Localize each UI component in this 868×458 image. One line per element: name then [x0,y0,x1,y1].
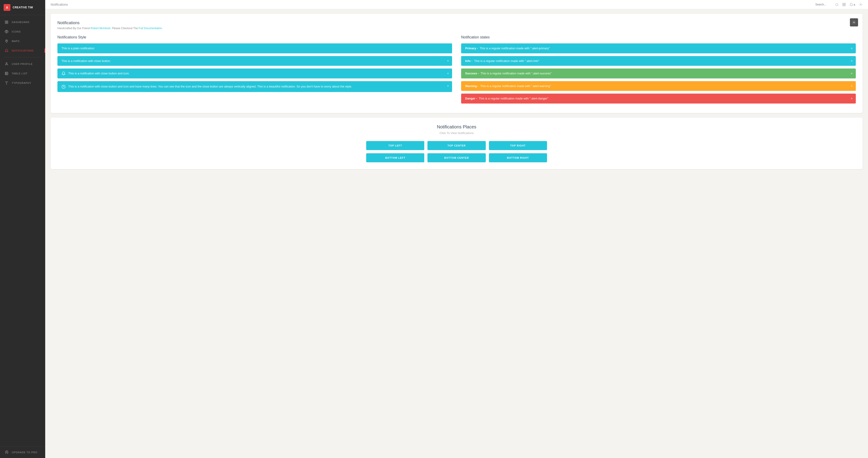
top-left-button[interactable]: TOP LEFT [366,141,424,150]
alert-close-button[interactable]: × [447,59,449,62]
dashboard-icon [4,20,8,24]
alert-warning-text: Warning - This is a regular notification… [465,84,852,88]
notification-states-title: Notification states [461,35,856,39]
search-input[interactable] [815,3,833,6]
notifications-style-title: Notifications Style [57,35,452,39]
alert-state-danger: Danger - This is a regular notification … [461,94,856,103]
gem-icon [4,30,8,34]
svg-point-25 [854,22,855,23]
page-content: Notifications Handcrafted By Our Friend … [45,9,868,458]
alert-success-text: Success - This is a regular notification… [465,71,852,76]
bell-icon [4,49,8,53]
svg-rect-0 [5,21,6,22]
main-content: Notifications [45,0,868,458]
alert-warning-close[interactable]: × [851,84,852,88]
sidebar-item-dashboard[interactable]: DASHBOARD [0,18,45,27]
alert-bell-icon [61,71,66,75]
table-icon [4,71,8,75]
sidebar-item-label: DASHBOARD [12,21,30,24]
search-icon[interactable] [835,3,839,6]
svg-point-24 [860,4,861,5]
sidebar-item-label: TYPOGRAPHY [12,82,31,84]
notification-bell-icon[interactable] [849,3,855,6]
alert-info-text: Info - This is a regular notification ma… [465,59,852,63]
places-title: Notifications Places [57,124,856,129]
header-actions [815,3,863,6]
sidebar-item-label: ICONS [12,30,21,33]
alert-success-close[interactable]: × [851,72,852,75]
sidebar-item-maps[interactable]: MAPS [0,36,45,46]
sidebar-item-icons[interactable]: ICONS [0,27,45,36]
alert-primary-label: Primary - [465,47,478,50]
alert-multiline: This is a notification with close button… [57,81,452,92]
grid-icon[interactable] [842,3,846,6]
sidebar-upgrade-label: UPGRADE TO PRO [12,451,37,454]
alert-clock-icon [61,85,66,89]
alert-icon-text: This is a notification with close button… [68,71,448,76]
alert-plain: This is a plain notification [57,43,452,53]
alert-icon-close-button[interactable]: × [447,72,449,75]
svg-point-18 [836,3,838,5]
header-title: Notifications [51,3,815,6]
rocket-icon [4,450,8,454]
alert-plain-text: This is a plain notification [61,46,448,51]
sidebar-item-table-list[interactable]: TABLE LIST [0,69,45,78]
svg-point-15 [6,452,7,453]
top-right-button[interactable]: TOP RIGHT [489,141,547,150]
svg-rect-2 [5,22,6,24]
bottom-center-button[interactable]: BOTTOM CENTER [428,153,486,162]
alert-warning-label: Warning - [465,84,478,88]
alert-with-close: This is a notification with close button… [57,56,452,66]
alert-state-primary: Primary - This is a regular notification… [461,43,856,53]
notifications-style-section: Notifications Style This is a plain noti… [57,35,452,106]
alert-close-text: This is a notification with close button… [61,59,448,63]
svg-point-8 [6,63,7,64]
alert-info-label: Info - [465,59,472,63]
notifications-places-card: Notifications Places Click To View Notif… [51,118,863,169]
settings-fab-button[interactable] [850,18,858,26]
sidebar-item-typography[interactable]: TYPOGRAPHY [0,78,45,88]
svg-rect-1 [7,21,8,22]
alert-state-info: Info - This is a regular notification ma… [461,56,856,66]
user-icon [4,62,8,66]
sidebar: A CREATIVE TIM DASHBOARD IC [0,0,45,458]
sidebar-logo[interactable]: A CREATIVE TIM [0,0,45,15]
settings-icon[interactable] [859,3,863,6]
bottom-left-button[interactable]: BOTTOM LEFT [366,153,424,162]
search-container [815,3,839,6]
sidebar-item-notifications[interactable]: NOTIFICATIONS [0,46,45,55]
svg-rect-23 [844,5,845,6]
svg-rect-3 [7,22,8,24]
svg-rect-22 [843,5,844,6]
sidebar-item-label: NOTIFICATIONS [12,49,34,52]
subtitle-plain: Handcrafted By Our Friend [57,27,91,30]
sidebar-nav: DASHBOARD ICONS MAPS [0,15,45,447]
alert-with-icon: This is a notification with close button… [57,68,452,79]
top-center-button[interactable]: TOP CENTER [428,141,486,150]
sidebar-item-label: TABLE LIST [12,72,28,75]
svg-point-7 [6,40,7,41]
alert-danger-text: Danger - This is a regular notification … [465,96,852,101]
alert-info-close[interactable]: × [851,59,852,62]
alert-multiline-close-button[interactable]: × [447,84,449,88]
alert-primary-close[interactable]: × [851,47,852,50]
places-subtitle: Click To View Notifications [57,131,856,135]
notifications-card: Notifications Handcrafted By Our Friend … [51,14,863,113]
svg-rect-21 [844,3,845,4]
alert-multiline-text: This is a notification with close button… [68,84,448,89]
sidebar-upgrade-btn[interactable]: UPGRADE TO PRO [0,447,45,458]
logo-text: CREATIVE TIM [13,6,33,9]
page-title: Notifications [57,21,856,25]
subtitle-link2[interactable]: Full Documentation [138,27,162,30]
subtitle-mid: . Please Checkout The [111,27,139,30]
places-grid: TOP LEFT TOP CENTER TOP RIGHT BOTTOM LEF… [366,141,547,162]
alert-state-warning: Warning - This is a regular notification… [461,81,856,91]
subtitle-link1[interactable]: Robert McIntosh [91,27,111,30]
header: Notifications [45,0,868,9]
alert-danger-close[interactable]: × [851,97,852,100]
logo-icon: A [4,4,10,11]
bottom-right-button[interactable]: BOTTOM RIGHT [489,153,547,162]
card-subtitle: Handcrafted By Our Friend Robert McIntos… [57,27,856,30]
sidebar-item-user-profile[interactable]: USER PROFILE [0,59,45,69]
text-icon [4,81,8,85]
